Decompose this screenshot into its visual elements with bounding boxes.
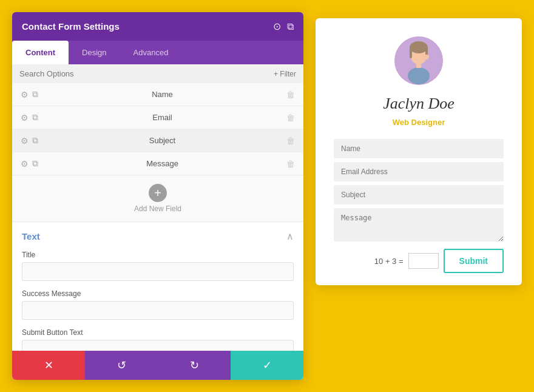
captcha-label: 10 + 3 = [374, 257, 404, 266]
captcha-input[interactable] [408, 253, 439, 269]
panel-title: Contact Form Settings [22, 21, 120, 32]
field-row-message: ⚙ ⧉ Message 🗑 [12, 152, 303, 175]
delete-icon-name[interactable]: 🗑 [286, 90, 295, 100]
add-field-label: Add New Field [134, 204, 181, 213]
copy-icon-email[interactable]: ⧉ [32, 112, 38, 123]
profile-role: Web Designer [393, 118, 445, 127]
avatar [394, 36, 443, 85]
profile-name: Jaclyn Doe [383, 95, 455, 113]
svg-rect-3 [410, 47, 412, 58]
field-row-left-message: ⚙ ⧉ [21, 158, 38, 169]
undo-button[interactable]: ↺ [85, 351, 158, 380]
delete-icon-subject[interactable]: 🗑 [286, 136, 295, 146]
tab-design[interactable]: Design [69, 41, 120, 64]
field-name-name: Name [38, 90, 286, 99]
fullscreen-icon[interactable]: ⧉ [287, 21, 294, 32]
copy-icon-subject[interactable]: ⧉ [32, 135, 38, 146]
add-new-field-button[interactable]: + Add New Field [12, 175, 303, 222]
preview-field-subject[interactable] [334, 185, 504, 204]
confirm-icon: ✓ [263, 359, 272, 372]
svg-point-5 [408, 67, 430, 84]
search-bar: + Filter [12, 64, 303, 83]
cancel-icon: ✕ [44, 359, 53, 372]
avatar-svg [394, 36, 443, 85]
delete-icon-message[interactable]: 🗑 [286, 159, 295, 169]
field-row-email: ⚙ ⧉ Email 🗑 [12, 106, 303, 129]
add-icon: + [149, 184, 167, 202]
label-title: Title [22, 251, 294, 259]
profile-card: Jaclyn Doe Web Designer 10 + 3 = Submit [316, 18, 522, 285]
submit-button[interactable]: Submit [444, 249, 504, 273]
captcha-row: 10 + 3 = Submit [334, 249, 504, 273]
tabs-row: Content Design Advanced [12, 41, 303, 64]
gear-icon-subject[interactable]: ⚙ [21, 136, 29, 146]
copy-icon-name[interactable]: ⧉ [32, 89, 38, 100]
field-row-subject: ⚙ ⧉ Subject 🗑 [12, 129, 303, 152]
copy-icon-message[interactable]: ⧉ [32, 158, 38, 169]
form-group-success: Success Message [22, 289, 294, 320]
form-group-submit: Submit Button Text [22, 328, 294, 351]
gear-icon-name[interactable]: ⚙ [21, 90, 29, 100]
section-title: Text [22, 231, 40, 242]
tab-content[interactable]: Content [12, 41, 69, 64]
input-success[interactable] [22, 301, 294, 320]
bottom-toolbar: ✕ ↺ ↻ ✓ [12, 351, 303, 380]
settings-icon[interactable]: ⊙ [273, 21, 281, 32]
field-row-left-email: ⚙ ⧉ [21, 112, 38, 123]
field-name-subject: Subject [38, 136, 286, 145]
panel-header: Contact Form Settings ⊙ ⧉ [12, 12, 303, 41]
field-name-email: Email [38, 113, 286, 122]
field-name-message: Message [38, 159, 286, 168]
field-row-name: ⚙ ⧉ Name 🗑 [12, 83, 303, 106]
delete-icon-email[interactable]: 🗑 [286, 113, 295, 123]
text-section: Text ∧ Title Success Message Submit Butt… [12, 222, 303, 351]
tab-advanced[interactable]: Advanced [120, 41, 182, 64]
section-header: Text ∧ [22, 231, 294, 242]
svg-rect-6 [416, 63, 421, 68]
gear-icon-message[interactable]: ⚙ [21, 159, 29, 169]
settings-panel: Contact Form Settings ⊙ ⧉ Content Design… [12, 12, 303, 380]
panel-header-icons: ⊙ ⧉ [273, 21, 294, 32]
fields-list: ⚙ ⧉ Name 🗑 ⚙ ⧉ Email 🗑 ⚙ [12, 83, 303, 222]
main-container: Contact Form Settings ⊙ ⧉ Content Design… [0, 0, 534, 392]
redo-icon: ↻ [190, 359, 199, 372]
section-collapse-icon[interactable]: ∧ [286, 231, 294, 242]
svg-point-2 [410, 41, 428, 53]
preview-fields [334, 139, 504, 242]
label-success: Success Message [22, 289, 294, 298]
filter-button[interactable]: + Filter [274, 70, 296, 78]
gear-icon-email[interactable]: ⚙ [21, 113, 29, 123]
field-row-left-name: ⚙ ⧉ [21, 89, 38, 100]
label-submit: Submit Button Text [22, 328, 294, 337]
preview-field-email[interactable] [334, 162, 504, 181]
field-row-left-subject: ⚙ ⧉ [21, 135, 38, 146]
search-input[interactable] [19, 69, 274, 78]
redo-button[interactable]: ↻ [158, 351, 231, 380]
undo-icon: ↺ [117, 359, 126, 372]
input-title[interactable] [22, 262, 294, 281]
input-submit[interactable] [22, 340, 294, 351]
cancel-button[interactable]: ✕ [12, 351, 85, 380]
confirm-button[interactable]: ✓ [231, 351, 303, 380]
preview-field-name[interactable] [334, 139, 504, 158]
preview-field-message[interactable] [334, 208, 504, 242]
preview-panel: Jaclyn Doe Web Designer 10 + 3 = Submit [316, 12, 522, 380]
form-group-title: Title [22, 251, 294, 281]
